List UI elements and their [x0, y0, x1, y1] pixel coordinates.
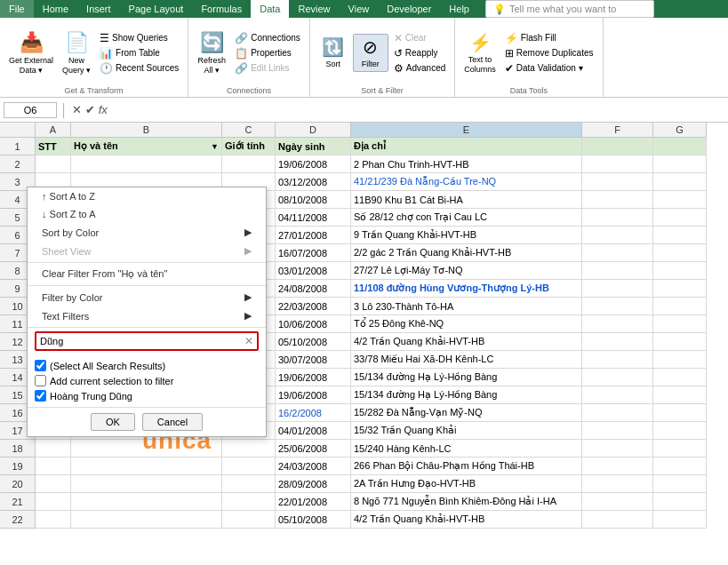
sort-color-label: Sort by Color — [42, 227, 99, 238]
sort-za-item[interactable]: ↓ Sort Z to A — [28, 205, 266, 223]
connections-button[interactable]: 🔗 Connections — [231, 31, 304, 45]
table-row: 18 25/06/2008 15/240 Hàng Kênh-LC — [0, 440, 728, 458]
col-header-c[interactable]: C — [222, 123, 276, 138]
external-data-icon: 📥 — [20, 31, 44, 54]
remove-duplicates-button[interactable]: ⊞ Remove Duplicates — [501, 46, 597, 60]
cell-f2[interactable] — [582, 155, 653, 173]
tab-developer[interactable]: Developer — [378, 0, 440, 18]
tab-insert[interactable]: Insert — [77, 0, 120, 18]
checkbox-add-current-input[interactable] — [35, 375, 46, 386]
properties-button[interactable]: 📋 Properties — [231, 46, 304, 60]
clear-label: Clear — [405, 33, 427, 43]
filter-search-input[interactable] — [40, 336, 244, 346]
checkbox-select-all-input[interactable] — [35, 360, 46, 371]
tab-page-layout[interactable]: Page Layout — [120, 0, 193, 18]
excel-window: File Home Insert Page Layout Formulas Da… — [0, 0, 728, 565]
checkbox-add-current[interactable]: Add current selection to filter — [35, 373, 259, 388]
checkbox-select-all[interactable]: (Select All Search Results) — [35, 358, 259, 373]
tab-file[interactable]: File — [0, 0, 34, 18]
clear-button[interactable]: ✕ Clear — [390, 31, 449, 45]
tab-data[interactable]: Data — [251, 0, 289, 18]
insert-function-icon[interactable]: fx — [99, 103, 108, 116]
cell-g2[interactable] — [653, 155, 707, 173]
flash-fill-button[interactable]: ⚡ Flash Fill — [501, 31, 597, 45]
filter-footer: OK Cancel — [28, 407, 266, 436]
clear-filter-item[interactable]: Clear Filter From "Họ và tên" — [28, 265, 266, 283]
ribbon-group-sort: 🔃 Sort ⊘ Filter ✕ Clear ↺ Reapply — [310, 18, 455, 97]
reapply-label: Reapply — [405, 48, 438, 58]
from-table-label: From Table — [116, 48, 160, 58]
cell-a2[interactable] — [36, 155, 71, 173]
cell-reference-box[interactable] — [4, 102, 57, 118]
new-query-button[interactable]: 📄 NewQuery ▾ — [59, 29, 94, 77]
sort-color-item[interactable]: Sort by Color ▶ — [28, 223, 266, 242]
show-queries-button[interactable]: ☰ Show Queries — [96, 31, 182, 45]
filter-button[interactable]: ⊘ Filter — [353, 34, 388, 72]
ribbon-group-refresh: 🔄 RefreshAll ▾ 🔗 Connections 📋 Propertie… — [188, 18, 310, 97]
sort-color-arrow: ▶ — [244, 227, 252, 238]
formula-bar-separator: │ — [60, 103, 68, 117]
reapply-button[interactable]: ↺ Reapply — [390, 46, 449, 60]
tab-formulas[interactable]: Formulas — [192, 0, 251, 18]
text-to-columns-button[interactable]: ⚡ Text toColumns — [460, 30, 500, 76]
tab-home[interactable]: Home — [34, 0, 77, 18]
table-row: 2 19/06/2008 2 Phan Chu Trinh-HVT-HB — [0, 155, 728, 173]
col-header-g[interactable]: G — [653, 123, 707, 138]
cell-b1[interactable]: Họ và tên ▼ — [71, 138, 222, 155]
filter-ok-button[interactable]: OK — [91, 413, 135, 431]
cell-c1[interactable]: Giới tính — [222, 138, 276, 155]
text-filters-item[interactable]: Text Filters ▶ — [28, 306, 266, 325]
lightbulb-icon: 💡 — [493, 4, 506, 15]
group-content-sort: 🔃 Sort ⊘ Filter ✕ Clear ↺ Reapply — [316, 21, 449, 84]
tell-me-box[interactable]: 💡 Tell me what you want to — [485, 0, 654, 18]
filter-color-label: Filter by Color — [42, 292, 102, 303]
col-header-a[interactable]: A — [36, 123, 71, 138]
recent-sources-button[interactable]: 🕐 Recent Sources — [96, 61, 182, 76]
row-num-1: 1 — [0, 138, 36, 155]
sheet-view-item[interactable]: Sheet View ▶ — [28, 242, 266, 260]
filter-cancel-button[interactable]: Cancel — [142, 413, 203, 431]
sort-az-item[interactable]: ↑ Sort A to Z — [28, 187, 266, 205]
edit-links-button[interactable]: 🔗 Edit Links — [231, 61, 304, 76]
col-header-f[interactable]: F — [582, 123, 653, 138]
data-validation-button[interactable]: ✔ Data Validation ▾ — [501, 61, 597, 76]
cell-d2[interactable]: 19/06/2008 — [276, 155, 351, 173]
col-header-b[interactable]: B — [71, 123, 222, 138]
cell-c2[interactable] — [222, 155, 276, 173]
confirm-formula-icon[interactable]: ✔ — [85, 103, 95, 116]
checkbox-hoang-trung-dung-input[interactable] — [35, 390, 46, 402]
tab-review[interactable]: Review — [289, 0, 339, 18]
refresh-all-button[interactable]: 🔄 RefreshAll ▾ — [194, 29, 229, 77]
text-filters-label: Text Filters — [42, 311, 89, 322]
reapply-icon: ↺ — [394, 47, 403, 60]
col-b-header-text: Họ và tên — [74, 140, 118, 152]
tab-view[interactable]: View — [340, 0, 379, 18]
filter-color-item[interactable]: Filter by Color ▶ — [28, 288, 266, 306]
tab-help[interactable]: Help — [440, 0, 478, 18]
filter-dropdown: ↑ Sort A to Z ↓ Sort Z to A Sort by Colo… — [27, 187, 267, 437]
from-table-button[interactable]: 📊 From Table — [96, 46, 182, 60]
cell-g1[interactable] — [653, 138, 707, 155]
cell-b2[interactable] — [71, 155, 222, 173]
cell-e2[interactable]: 2 Phan Chu Trinh-HVT-HB — [351, 155, 582, 173]
cell-e1[interactable]: Địa chỉ — [351, 138, 582, 155]
cell-a1[interactable]: STT — [36, 138, 71, 155]
formula-input[interactable] — [111, 103, 724, 117]
filter-search-clear[interactable]: ✕ — [244, 335, 253, 347]
checkbox-hoang-trung-dung[interactable]: Hoàng Trung Dũng — [35, 388, 259, 403]
connections-col: 🔗 Connections 📋 Properties 🔗 Edit Links — [231, 31, 304, 76]
recent-sources-label: Recent Sources — [116, 63, 179, 73]
cell-f1[interactable] — [582, 138, 653, 155]
sort-button[interactable]: 🔃 Sort — [316, 35, 351, 71]
advanced-button[interactable]: ⚙ Advanced — [390, 61, 449, 76]
from-table-icon: 📊 — [100, 47, 113, 60]
cell-d1[interactable]: Ngày sinh — [276, 138, 351, 155]
filter-icon: ⊘ — [363, 36, 378, 58]
col-b-filter-dropdown-icon[interactable]: ▼ — [211, 142, 219, 151]
col-header-e[interactable]: E — [351, 123, 582, 138]
filter-sep-3 — [28, 327, 266, 328]
get-external-data-button[interactable]: 📥 Get ExternalData ▾ — [5, 29, 57, 77]
cancel-formula-icon[interactable]: ✕ — [72, 103, 82, 116]
filter-search-box: ✕ — [35, 331, 259, 351]
col-header-d[interactable]: D — [276, 123, 351, 138]
